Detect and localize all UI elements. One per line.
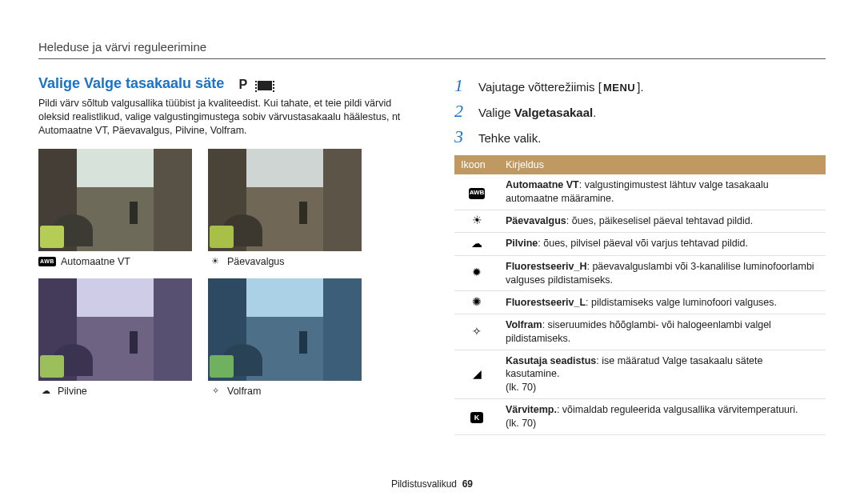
table-row: ☀Päevavalgus: õues, päikeselisel päeval … — [454, 210, 826, 232]
section-heading-row: Valige Valge tasakaalu säte P — [38, 75, 406, 97]
cloud-icon: ☁ — [38, 386, 53, 397]
row-desc-cell: Fluorestseeriv_H: päevavalguslambi või 3… — [499, 255, 826, 291]
thumb-label-cloudy: ☁ Pilvine — [38, 386, 192, 397]
row-icon-cell: ✺ — [454, 291, 499, 314]
thumb-cloudy — [38, 278, 192, 381]
right-column: 1 Vajutage võtterežiimis [MENU]. 2 Valig… — [454, 75, 826, 435]
thumb-label-text: Automaatne VT — [61, 256, 130, 267]
intro-paragraph: Pildi värv sõltub valgusallika tüübist j… — [38, 97, 406, 138]
step-text: Tehke valik. — [478, 131, 541, 145]
wb-row-icon: ☁ — [468, 237, 486, 250]
bulb-icon: ✧ — [208, 386, 222, 397]
table-row: ✹Fluorestseeriv_H: päevavalguslambi või … — [454, 255, 826, 291]
wb-description-table: Ikoon Kirjeldus AWBAutomaatne VT: valgus… — [454, 155, 826, 435]
left-column: Valige Valge tasakaalu säte P Pildi värv… — [38, 75, 406, 435]
wb-row-icon: ✺ — [468, 295, 486, 308]
thumb-daylight — [208, 149, 362, 251]
thumbnail-grid: AWB Automaatne VT ☀ Päevavalgus ☁ Pilvin… — [38, 149, 406, 405]
thumb-label-text: Pilvine — [58, 386, 87, 397]
row-desc-cell: Värvitemp.: võimaldab reguleerida valgus… — [499, 399, 826, 435]
row-icon-cell: ☀ — [454, 210, 499, 232]
step-text: Vajutage võtterežiimis [MENU]. — [478, 80, 644, 94]
mode-p-icon: P — [239, 78, 248, 92]
step-1: 1 Vajutage võtterežiimis [MENU]. — [454, 75, 826, 96]
thumb-label-text: Päevavalgus — [227, 256, 285, 267]
header-rule — [38, 58, 826, 59]
thumb-tungsten — [208, 278, 362, 381]
sun-icon: ☀ — [208, 256, 222, 267]
row-desc-cell: Pilvine: õues, pilvisel päeval või varju… — [499, 233, 826, 255]
row-desc-cell: Volfram: siseruumides hõõglambi- või hal… — [499, 314, 826, 350]
mode-video-icon — [258, 81, 272, 90]
content-columns: Valige Valge tasakaalu säte P Pildi värv… — [38, 75, 826, 435]
row-icon-cell: ☁ — [454, 233, 499, 255]
table-row: ✧Volfram: siseruumides hõõglambi- või ha… — [454, 314, 826, 350]
thumb-label-auto-wb: AWB Automaatne VT — [38, 256, 192, 267]
table-row: ☁Pilvine: õues, pilvisel päeval või varj… — [454, 233, 826, 255]
row-icon-cell: ◢ — [454, 350, 499, 399]
step-number: 3 — [454, 126, 469, 147]
step-2: 2 Valige Valgetasakaal. — [454, 101, 826, 122]
step-number: 2 — [454, 101, 469, 122]
mode-icons: P — [239, 78, 272, 92]
thumb-label-text: Volfram — [227, 386, 261, 397]
row-desc-cell: Automaatne VT: valgustingimustest lähtuv… — [499, 174, 826, 210]
thumb-auto-wb — [38, 149, 192, 251]
footer-label: Pildistusvalikud — [391, 478, 457, 490]
thumb-label-daylight: ☀ Päevavalgus — [208, 256, 362, 267]
wb-row-icon: ✹ — [468, 266, 486, 279]
step-text: Valige Valgetasakaal. — [478, 106, 596, 119]
step-number: 1 — [454, 75, 469, 96]
awb-chip-icon: AWB — [469, 188, 485, 199]
wb-row-icon: ✧ — [468, 325, 486, 338]
row-icon-cell: AWB — [454, 174, 499, 210]
table-row: ✺Fluorestseeriv_L: pildistamiseks valge … — [454, 291, 826, 314]
row-desc-cell: Päevavalgus: õues, päikeselisel päeval t… — [499, 210, 826, 232]
wb-row-icon: ☀ — [468, 214, 486, 227]
awb-chip-icon: AWB — [38, 257, 56, 266]
footer-page-number: 69 — [462, 478, 473, 490]
row-icon-cell: K — [454, 399, 499, 435]
wb-row-icon: ◢ — [468, 367, 486, 380]
row-desc-cell: Fluorestseeriv_L: pildistamiseks valge l… — [499, 291, 826, 314]
row-desc-cell: Kasutaja seadistus: ise määratud Valge t… — [499, 350, 826, 399]
table-row: ◢Kasutaja seadistus: ise määratud Valge … — [454, 350, 826, 399]
section-title: Valige Valge tasakaalu säte — [38, 75, 224, 92]
step-3: 3 Tehke valik. — [454, 126, 826, 147]
menu-button-icon: MENU — [602, 82, 637, 94]
thumb-label-tungsten: ✧ Volfram — [208, 386, 362, 397]
k-chip-icon: K — [470, 412, 483, 423]
page-footer: Pildistusvalikud 69 — [0, 478, 864, 490]
row-icon-cell: ✧ — [454, 314, 499, 350]
page-header: Heleduse ja värvi reguleerimine — [38, 40, 826, 54]
table-row: AWBAutomaatne VT: valgustingimustest läh… — [454, 174, 826, 210]
row-icon-cell: ✹ — [454, 255, 499, 291]
table-row: KVärvitemp.: võimaldab reguleerida valgu… — [454, 399, 826, 435]
col-icon-header: Ikoon — [454, 155, 499, 174]
col-desc-header: Kirjeldus — [499, 155, 826, 174]
